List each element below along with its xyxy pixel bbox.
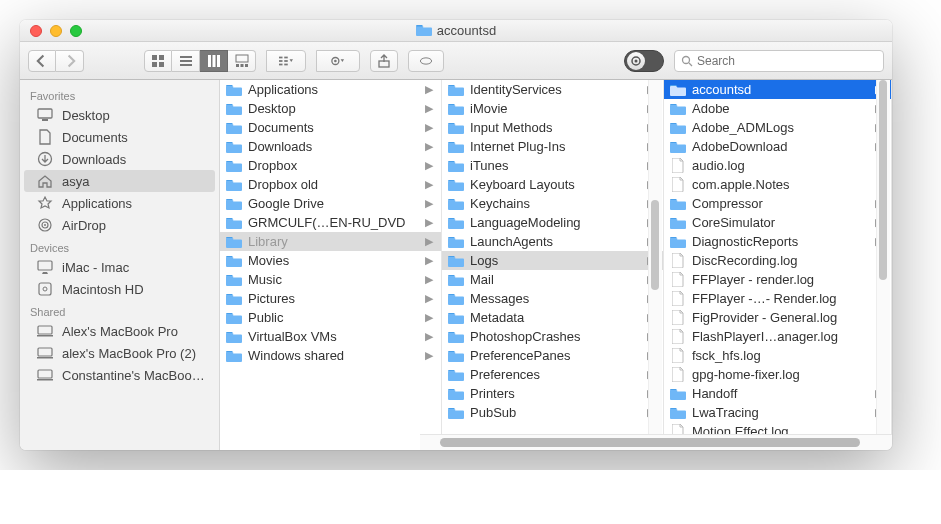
list-item[interactable]: Preferences▶	[442, 365, 663, 384]
svg-rect-9	[217, 55, 220, 67]
list-item[interactable]: Windows shared▶	[220, 346, 441, 365]
list-item[interactable]: Dropbox▶	[220, 156, 441, 175]
list-item[interactable]: Music▶	[220, 270, 441, 289]
list-item[interactable]: Metadata▶	[442, 308, 663, 327]
list-item[interactable]: gpg-home-fixer.log	[664, 365, 891, 384]
sidebar[interactable]: FavoritesDesktopDocumentsDownloadsasyaAp…	[20, 80, 220, 450]
zoom-button[interactable]	[70, 25, 82, 37]
list-item[interactable]: Public▶	[220, 308, 441, 327]
finder-window: accountsd FavoritesD	[20, 20, 892, 450]
list-item[interactable]: DiagnosticReports▶	[664, 232, 891, 251]
applications-icon	[36, 195, 54, 211]
chevron-right-icon: ▶	[425, 292, 435, 305]
list-item[interactable]: LwaTracing▶	[664, 403, 891, 422]
column-0[interactable]: Alex▶Applications▶Desktop▶Documents▶Down…	[220, 80, 442, 450]
list-item[interactable]: LaunchAgents▶	[442, 232, 663, 251]
vertical-scrollbar[interactable]	[876, 80, 890, 434]
list-item[interactable]: PreferencePanes▶	[442, 346, 663, 365]
column-2[interactable]: accountsd▶Adobe▶Adobe_ADMLogs▶AdobeDownl…	[664, 80, 892, 450]
list-item[interactable]: Applications▶	[220, 80, 441, 99]
list-item[interactable]: Adobe▶	[664, 99, 891, 118]
list-item[interactable]: PubSub▶	[442, 403, 663, 422]
list-item[interactable]: CoreSimulator▶	[664, 213, 891, 232]
scrollbar-thumb[interactable]	[651, 200, 659, 290]
close-button[interactable]	[30, 25, 42, 37]
svg-rect-7	[208, 55, 211, 67]
search-input[interactable]	[697, 54, 877, 68]
list-item[interactable]: Google Drive▶	[220, 194, 441, 213]
list-item[interactable]: Library▶	[220, 232, 441, 251]
list-item[interactable]: Input Methods▶	[442, 118, 663, 137]
view-column-button[interactable]	[200, 50, 228, 72]
list-item[interactable]: Internet Plug-Ins▶	[442, 137, 663, 156]
sidebar-item-applications[interactable]: Applications	[20, 192, 219, 214]
list-item[interactable]: FFPlayer -…- Render.log	[664, 289, 891, 308]
list-item[interactable]: fsck_hfs.log	[664, 346, 891, 365]
list-item[interactable]: DiscRecording.log	[664, 251, 891, 270]
vertical-scrollbar[interactable]	[648, 80, 662, 434]
list-item[interactable]: Downloads▶	[220, 137, 441, 156]
share-button[interactable]	[370, 50, 398, 72]
list-item[interactable]: VirtualBox VMs▶	[220, 327, 441, 346]
list-item[interactable]: Handoff▶	[664, 384, 891, 403]
tags-button[interactable]	[408, 50, 444, 72]
list-item[interactable]: Adobe_ADMLogs▶	[664, 118, 891, 137]
action-button[interactable]	[316, 50, 360, 72]
sidebar-item-asya[interactable]: asya	[24, 170, 215, 192]
arrange-button[interactable]	[266, 50, 306, 72]
list-item[interactable]: IdentityServices▶	[442, 80, 663, 99]
list-item[interactable]: iMovie▶	[442, 99, 663, 118]
sidebar-item-downloads[interactable]: Downloads	[20, 148, 219, 170]
preview-toggle[interactable]	[624, 50, 664, 72]
list-item[interactable]: Pictures▶	[220, 289, 441, 308]
folder-icon	[448, 159, 464, 172]
scrollbar-thumb[interactable]	[440, 438, 860, 447]
list-item[interactable]: FlashPlayerI…anager.log	[664, 327, 891, 346]
column-1[interactable]: Group Containers▶IdentityServices▶iMovie…	[442, 80, 664, 450]
search-field[interactable]	[674, 50, 884, 72]
sidebar-item-alex-s-macbook-pro-2-[interactable]: alex's MacBook Pro (2)	[20, 342, 219, 364]
list-item[interactable]: PhotoshopCrashes▶	[442, 327, 663, 346]
view-icon-button[interactable]	[144, 50, 172, 72]
list-item[interactable]: Logs▶	[442, 251, 663, 270]
chevron-right-icon: ▶	[425, 121, 435, 134]
list-item[interactable]: com.apple.Notes	[664, 175, 891, 194]
sidebar-item-macintosh-hd[interactable]: Macintosh HD	[20, 278, 219, 300]
list-item-label: Mail	[470, 272, 641, 287]
back-button[interactable]	[28, 50, 56, 72]
list-item[interactable]: Mail▶	[442, 270, 663, 289]
list-item[interactable]: Keyboard Layouts▶	[442, 175, 663, 194]
list-item[interactable]: FFPlayer - render.log	[664, 270, 891, 289]
list-item[interactable]: FigProvider - General.log	[664, 308, 891, 327]
list-item[interactable]: audio.log	[664, 156, 891, 175]
list-item-label: AdobeDownload	[692, 139, 869, 154]
sidebar-item-documents[interactable]: Documents	[20, 126, 219, 148]
forward-button[interactable]	[56, 50, 84, 72]
svg-rect-3	[159, 62, 164, 67]
scrollbar-thumb[interactable]	[879, 80, 887, 280]
list-item[interactable]: Printers▶	[442, 384, 663, 403]
sidebar-item-desktop[interactable]: Desktop	[20, 104, 219, 126]
sidebar-item-airdrop[interactable]: AirDrop	[20, 214, 219, 236]
sidebar-item-imac-imac[interactable]: iMac - Imac	[20, 256, 219, 278]
list-item[interactable]: GRMCULF(…EN-RU_DVD▶	[220, 213, 441, 232]
list-item[interactable]: Desktop▶	[220, 99, 441, 118]
sidebar-section-header: Favorites	[20, 84, 219, 104]
list-item[interactable]: Keychains▶	[442, 194, 663, 213]
list-item[interactable]: Dropbox old▶	[220, 175, 441, 194]
list-item-label: VirtualBox VMs	[248, 329, 419, 344]
view-list-button[interactable]	[172, 50, 200, 72]
horizontal-scrollbar[interactable]	[420, 434, 892, 450]
list-item[interactable]: AdobeDownload▶	[664, 137, 891, 156]
list-item[interactable]: Messages▶	[442, 289, 663, 308]
sidebar-item-constantine-s-macboo-[interactable]: Constantine's MacBoo…	[20, 364, 219, 386]
list-item[interactable]: accountsd▶	[664, 80, 891, 99]
list-item[interactable]: Movies▶	[220, 251, 441, 270]
list-item[interactable]: Documents▶	[220, 118, 441, 137]
view-gallery-button[interactable]	[228, 50, 256, 72]
list-item[interactable]: Compressor▶	[664, 194, 891, 213]
list-item[interactable]: LanguageModeling▶	[442, 213, 663, 232]
minimize-button[interactable]	[50, 25, 62, 37]
sidebar-item-alex-s-macbook-pro[interactable]: Alex's MacBook Pro	[20, 320, 219, 342]
list-item[interactable]: iTunes▶	[442, 156, 663, 175]
